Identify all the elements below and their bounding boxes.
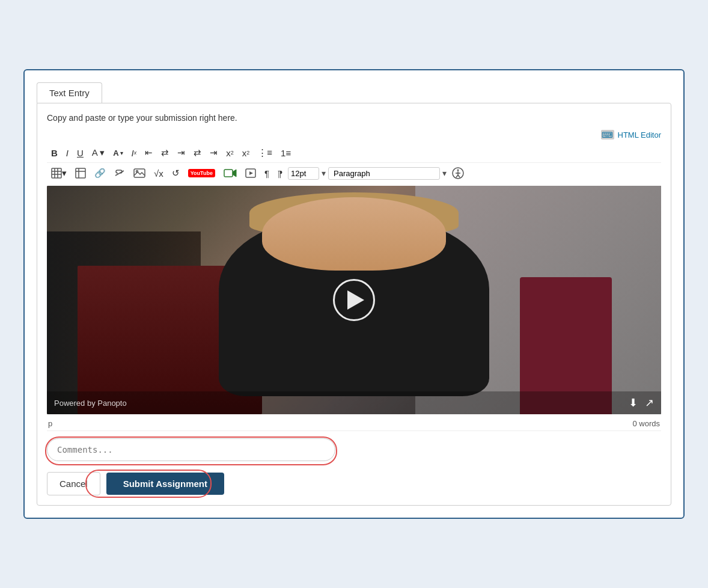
cancel-button[interactable]: Cancel bbox=[47, 472, 100, 495]
toolbar-row1: B I U A ▾ A▾ Ix ⇤ ⇄ ⇥ ⇄ ⇥ x2 x2 ⋮≡ 1≡ bbox=[47, 143, 661, 163]
editor-area: Copy and paste or type your submission r… bbox=[37, 103, 671, 506]
toolbar-table-props[interactable] bbox=[72, 166, 89, 180]
toolbar-indent[interactable]: ⇥ bbox=[207, 145, 221, 160]
toolbar-underline[interactable]: U bbox=[74, 146, 87, 160]
svg-marker-13 bbox=[249, 171, 253, 175]
play-triangle-icon bbox=[347, 290, 364, 310]
video-container[interactable]: Powered by Panopto ⬇ ↗ bbox=[47, 186, 661, 414]
toolbar-media[interactable] bbox=[242, 167, 259, 180]
toolbar-align-center[interactable]: ⇄ bbox=[158, 145, 172, 160]
toolbar-link[interactable]: 🔗 bbox=[91, 166, 109, 180]
toolbar-highlight[interactable]: A▾ bbox=[110, 147, 126, 159]
svg-point-15 bbox=[457, 170, 459, 171]
main-container: Text Entry Copy and paste or type your s… bbox=[23, 69, 685, 519]
video-play-button[interactable] bbox=[333, 279, 375, 321]
submit-button[interactable]: Submit Assignment bbox=[106, 473, 224, 495]
toolbar-undo[interactable]: ↺ bbox=[169, 166, 183, 180]
toolbar-align-right[interactable]: ⇥ bbox=[174, 145, 188, 160]
toolbar-font-size[interactable]: 12pt bbox=[288, 167, 319, 180]
html-editor-link-row: ⌨ HTML Editor bbox=[47, 130, 661, 139]
toolbar-font-color[interactable]: A ▾ bbox=[89, 145, 108, 160]
toolbar-clear-format[interactable]: Ix bbox=[129, 146, 140, 160]
toolbar-youtube[interactable]: YouTube bbox=[185, 167, 218, 179]
comments-input-wrapper bbox=[47, 438, 661, 464]
status-bar: p 0 words bbox=[47, 417, 661, 431]
toolbar-paragraph[interactable]: Paragraph bbox=[328, 167, 440, 180]
video-person-head bbox=[262, 197, 447, 271]
tab-text-entry[interactable]: Text Entry bbox=[37, 82, 102, 103]
svg-rect-0 bbox=[52, 168, 61, 178]
video-bottom-bar: Powered by Panopto ⬇ ↗ bbox=[47, 391, 661, 414]
toolbar-align-left[interactable]: ⇤ bbox=[142, 145, 156, 160]
toolbar-subscript[interactable]: x2 bbox=[239, 146, 253, 160]
element-indicator: p bbox=[48, 419, 52, 428]
toolbar-table[interactable]: ▾ bbox=[48, 166, 70, 180]
toolbar-bold[interactable]: B bbox=[48, 146, 61, 160]
toolbar-record[interactable] bbox=[221, 166, 240, 180]
toolbar-justify[interactable]: ⇄ bbox=[191, 145, 204, 160]
video-controls: ⬇ ↗ bbox=[629, 396, 654, 409]
comments-input[interactable] bbox=[47, 438, 335, 461]
instruction-text: Copy and paste or type your submission r… bbox=[47, 113, 661, 123]
toolbar-image[interactable] bbox=[130, 167, 148, 180]
video-fullscreen-icon[interactable]: ↗ bbox=[645, 396, 654, 409]
button-row: Cancel Submit Assignment bbox=[47, 472, 661, 495]
html-editor-icon: ⌨ bbox=[601, 130, 614, 139]
panopto-label: Powered by Panopto bbox=[54, 399, 127, 408]
toolbar-math[interactable]: √x bbox=[151, 167, 166, 180]
toolbar-superscript[interactable]: x2 bbox=[223, 146, 237, 160]
svg-rect-11 bbox=[224, 170, 233, 177]
toolbar-show-blocks2[interactable]: ¶ bbox=[275, 167, 285, 180]
video-download-icon[interactable]: ⬇ bbox=[629, 396, 638, 409]
toolbar-unlink[interactable] bbox=[111, 167, 128, 179]
html-editor-link[interactable]: HTML Editor bbox=[618, 130, 661, 139]
toolbar-show-blocks[interactable]: ¶ bbox=[261, 167, 272, 180]
word-count: 0 words bbox=[632, 419, 660, 428]
svg-rect-5 bbox=[76, 168, 85, 178]
toolbar-bullet-list[interactable]: ⋮≡ bbox=[255, 145, 275, 160]
toolbar-italic[interactable]: I bbox=[63, 146, 72, 160]
toolbar-numbered-list[interactable]: 1≡ bbox=[278, 146, 294, 160]
svg-line-19 bbox=[458, 175, 460, 177]
tab-bar: Text Entry bbox=[37, 82, 671, 103]
toolbar-row2: ▾ 🔗 bbox=[47, 163, 661, 183]
toolbar-accessibility[interactable] bbox=[449, 165, 467, 181]
